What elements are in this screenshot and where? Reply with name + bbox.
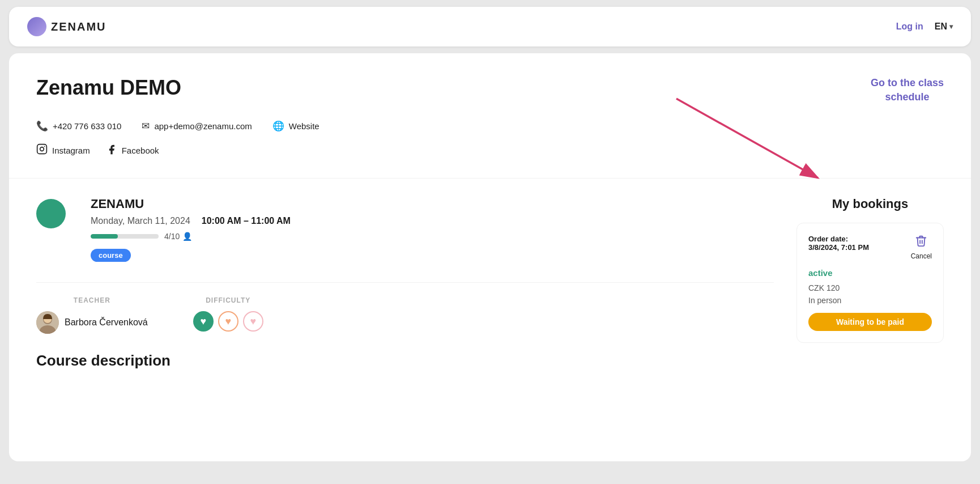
order-date-section: Order date: 3/8/2024, 7:01 PM <box>808 235 869 252</box>
class-avatar <box>36 199 66 228</box>
login-link[interactable]: Log in <box>896 22 923 32</box>
top-navigation: ZENAMU Log in EN ▾ <box>9 7 971 46</box>
teacher-col: TEACHER Barbora Čer <box>36 296 148 334</box>
class-section: ZENAMU Monday, March 11, 2024 10:00 AM –… <box>36 197 774 262</box>
class-date: Monday, March 11, 2024 <box>91 216 190 226</box>
instagram-link[interactable]: Instagram <box>36 143 90 158</box>
studio-title: Zenamu DEMO <box>36 76 181 100</box>
facebook-icon <box>106 144 117 157</box>
difficulty-label: DIFFICULTY <box>193 296 263 304</box>
class-time-row: Monday, March 11, 2024 10:00 AM – 11:00 … <box>91 216 774 226</box>
class-info-col: ZENAMU Monday, March 11, 2024 10:00 AM –… <box>91 197 774 262</box>
svg-point-4 <box>44 146 45 147</box>
trash-icon <box>915 235 927 250</box>
chevron-down-icon: ▾ <box>949 23 953 31</box>
language-selector[interactable]: EN ▾ <box>935 22 953 32</box>
progress-count: 4/10 👤 <box>164 232 192 241</box>
content-left: ZENAMU Monday, March 11, 2024 10:00 AM –… <box>36 197 774 370</box>
booking-type: In person <box>808 296 932 305</box>
cancel-button[interactable]: Cancel <box>911 235 932 260</box>
social-row: Instagram Facebook <box>36 143 944 158</box>
class-icon-col <box>36 197 68 262</box>
svg-point-3 <box>40 147 44 151</box>
booking-header: Order date: 3/8/2024, 7:01 PM <box>808 235 932 260</box>
contact-row: 📞 +420 776 633 010 ✉ app+demo@zenamu.com… <box>36 120 944 132</box>
instagram-icon <box>36 143 48 158</box>
logo-icon <box>27 17 46 36</box>
instagram-label: Instagram <box>52 146 90 155</box>
course-badge: course <box>91 249 131 262</box>
progress-row: 4/10 👤 <box>91 232 774 241</box>
booking-status: active <box>808 268 932 278</box>
schedule-link[interactable]: Go to the class schedule <box>871 76 944 104</box>
difficulty-dot-3: ♥ <box>243 311 263 332</box>
teacher-difficulty-section: TEACHER Barbora Čer <box>36 282 774 334</box>
difficulty-dot-1: ♥ <box>193 311 214 332</box>
email-contact: ✉ app+demo@zenamu.com <box>142 120 252 132</box>
website-contact[interactable]: 🌐 Website <box>272 120 319 132</box>
section-divider <box>9 178 971 179</box>
order-date-value: 3/8/2024, 7:01 PM <box>808 243 869 252</box>
phone-number: +420 776 633 010 <box>53 121 121 131</box>
person-icon: 👤 <box>182 232 192 241</box>
phone-contact: 📞 +420 776 633 010 <box>36 120 121 132</box>
svg-rect-2 <box>37 145 47 154</box>
lang-label: EN <box>935 22 947 32</box>
difficulty-col: DIFFICULTY ♥ ♥ ♥ <box>193 296 263 334</box>
difficulty-dots: ♥ ♥ ♥ <box>193 311 263 332</box>
header-section: Zenamu DEMO Go to the class schedule <box>36 76 944 104</box>
main-card: Zenamu DEMO Go to the class schedule 📞 +… <box>9 53 971 461</box>
order-date-label: Order date: <box>808 235 869 243</box>
nav-right: Log in EN ▾ <box>896 22 953 32</box>
email-address: app+demo@zenamu.com <box>154 121 252 131</box>
teacher-avatar <box>36 311 59 334</box>
booking-card: Order date: 3/8/2024, 7:01 PM <box>796 223 944 343</box>
teacher-label: TEACHER <box>36 296 148 304</box>
teacher-name: Barbora Červenková <box>65 317 148 328</box>
globe-icon: 🌐 <box>272 120 284 132</box>
waiting-to-be-paid-button[interactable]: Waiting to be paid <box>808 313 932 331</box>
svg-line-1 <box>676 99 818 178</box>
progress-bar-background <box>91 234 159 239</box>
progress-bar-fill <box>91 234 118 239</box>
logo-text: ZENAMU <box>51 20 106 33</box>
facebook-link[interactable]: Facebook <box>106 144 159 157</box>
bookings-panel: My bookings Order date: 3/8/2024, 7:01 P… <box>785 197 944 370</box>
facebook-label: Facebook <box>122 146 159 155</box>
booking-price: CZK 120 <box>808 283 932 292</box>
email-icon: ✉ <box>142 120 150 132</box>
cancel-label: Cancel <box>911 252 932 260</box>
teacher-row: Barbora Červenková <box>36 311 148 334</box>
bookings-title: My bookings <box>796 197 944 211</box>
course-description-title: Course description <box>36 352 774 370</box>
difficulty-dot-2: ♥ <box>218 311 238 332</box>
website-label: Website <box>289 121 319 131</box>
content-layout: ZENAMU Monday, March 11, 2024 10:00 AM –… <box>36 197 944 370</box>
phone-icon: 📞 <box>36 120 48 132</box>
class-time: 10:00 AM – 11:00 AM <box>202 216 291 226</box>
class-studio-name: ZENAMU <box>91 197 774 211</box>
logo: ZENAMU <box>27 17 106 36</box>
course-description-section: Course description <box>36 352 774 370</box>
